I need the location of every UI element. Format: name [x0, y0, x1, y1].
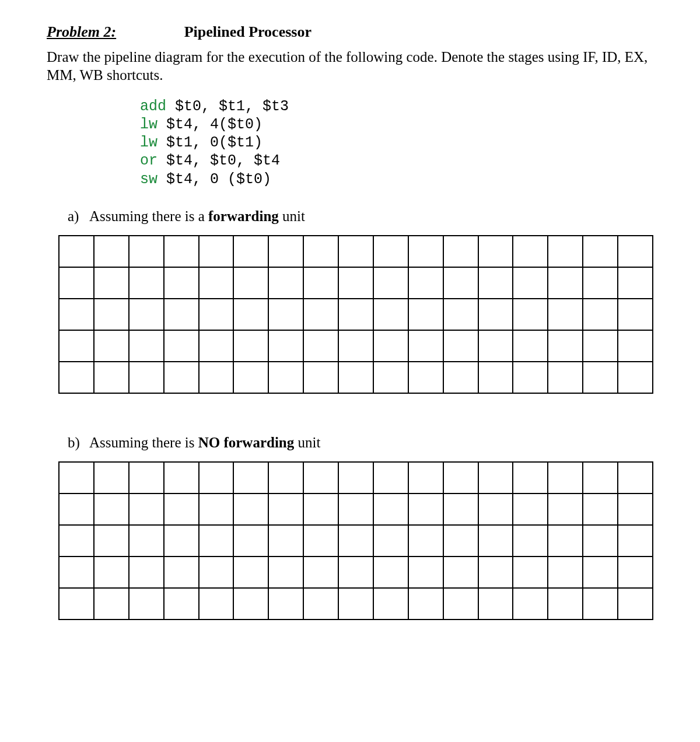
grid-cell: [513, 588, 548, 620]
grid-cell: [443, 494, 478, 525]
grid-cell: [164, 362, 199, 393]
grid-cell: [408, 330, 443, 362]
grid-cell: [164, 525, 199, 556]
grid-cell: [478, 330, 513, 362]
grid-cell: [59, 525, 94, 556]
grid-cell: [94, 556, 129, 588]
grid-cell: [408, 556, 443, 588]
grid-cell: [129, 462, 164, 494]
grid-cell: [513, 462, 548, 494]
grid-cell: [373, 588, 408, 620]
grid-cell: [443, 267, 478, 299]
grid-cell: [233, 362, 268, 393]
grid-cell: [548, 462, 583, 494]
grid-cell: [164, 494, 199, 525]
grid-cell: [618, 362, 653, 393]
grid-cell: [303, 330, 338, 362]
problem-header: Problem 2: Pipelined Processor: [47, 23, 653, 41]
code-op: add: [140, 98, 166, 115]
grid-cell: [233, 236, 268, 267]
grid-cell: [443, 299, 478, 330]
grid-cell: [618, 588, 653, 620]
grid-cell: [303, 362, 338, 393]
grid-cell: [129, 556, 164, 588]
table-row: [59, 588, 653, 620]
grid-cell: [478, 588, 513, 620]
grid-cell: [199, 525, 234, 556]
grid-cell: [408, 236, 443, 267]
grid-cell: [268, 362, 303, 393]
grid-cell: [583, 330, 618, 362]
grid-cell: [94, 462, 129, 494]
grid-cell: [583, 462, 618, 494]
table-row: [59, 494, 653, 525]
table-row: [59, 462, 653, 494]
grid-cell: [373, 462, 408, 494]
part-letter: b): [68, 435, 86, 451]
grid-cell: [59, 362, 94, 393]
grid-cell: [199, 330, 234, 362]
grid-cell: [513, 299, 548, 330]
grid-cell: [548, 588, 583, 620]
grid-cell: [373, 525, 408, 556]
grid-cell: [129, 236, 164, 267]
grid-cell: [233, 267, 268, 299]
grid-cell: [618, 267, 653, 299]
code-op: lw: [140, 116, 158, 133]
grid-cell: [268, 556, 303, 588]
grid-cell: [408, 362, 443, 393]
grid-cell: [268, 525, 303, 556]
grid-cell: [233, 330, 268, 362]
grid-cell: [233, 588, 268, 620]
grid-cell: [164, 267, 199, 299]
grid-cell: [59, 299, 94, 330]
table-row: [59, 362, 653, 393]
grid-cell: [338, 299, 373, 330]
grid-cell: [548, 556, 583, 588]
grid-cell: [338, 588, 373, 620]
grid-cell: [129, 299, 164, 330]
grid-cell: [513, 494, 548, 525]
grid-cell: [94, 362, 129, 393]
table-row: [59, 525, 653, 556]
grid-cell: [548, 267, 583, 299]
grid-cell: [338, 556, 373, 588]
table-row: [59, 236, 653, 267]
grid-cell: [164, 236, 199, 267]
grid-cell: [408, 462, 443, 494]
grid-cell: [443, 462, 478, 494]
grid-cell: [443, 362, 478, 393]
grid-cell: [268, 299, 303, 330]
part-text: Assuming there is: [89, 435, 198, 450]
grid-cell: [199, 462, 234, 494]
part-text: unit: [294, 435, 320, 450]
grid-a: [58, 235, 653, 394]
grid-cell: [233, 556, 268, 588]
grid-cell: [583, 556, 618, 588]
grid-cell: [548, 236, 583, 267]
grid-cell: [618, 236, 653, 267]
grid-cell: [443, 236, 478, 267]
grid-cell: [303, 462, 338, 494]
grid-cell: [268, 462, 303, 494]
grid-cell: [59, 330, 94, 362]
code-rest: $t4, 4($t0): [158, 116, 262, 133]
grid-b-wrap: [58, 461, 653, 620]
grid-cell: [548, 362, 583, 393]
grid-cell: [408, 494, 443, 525]
grid-cell: [583, 588, 618, 620]
grid-cell: [338, 267, 373, 299]
grid-cell: [373, 362, 408, 393]
grid-cell: [548, 525, 583, 556]
grid-cell: [129, 525, 164, 556]
grid-cell: [338, 236, 373, 267]
grid-cell: [618, 556, 653, 588]
table-row: [59, 556, 653, 588]
code-block: add $t0, $t1, $t3 lw $t4, 4($t0) lw $t1,…: [140, 97, 653, 188]
grid-cell: [618, 299, 653, 330]
grid-cell: [443, 556, 478, 588]
grid-cell: [478, 462, 513, 494]
part-letter: a): [68, 208, 86, 225]
grid-cell: [478, 362, 513, 393]
grid-cell: [164, 299, 199, 330]
